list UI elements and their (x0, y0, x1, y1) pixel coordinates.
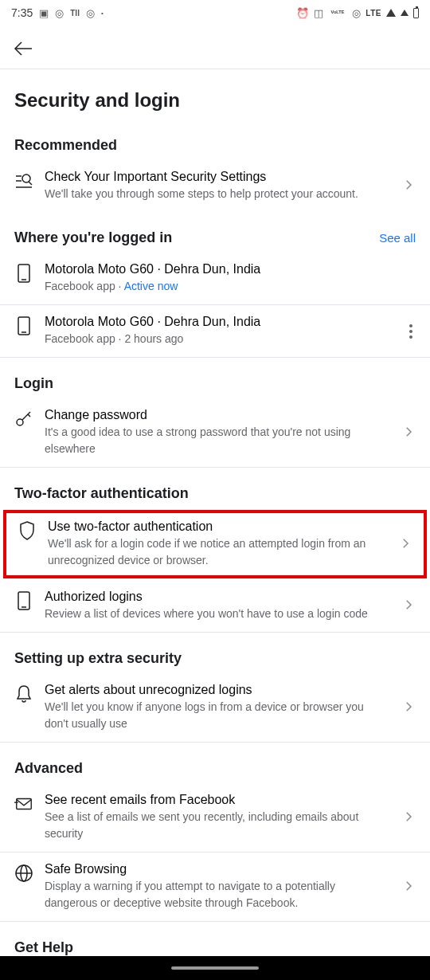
item-subtitle: Facebook app · 2 hours ago (45, 331, 395, 347)
use-two-factor-item[interactable]: Use two-factor authentication We'll ask … (6, 513, 424, 575)
security-check-icon (14, 171, 33, 190)
section-title-two-factor: Two-factor authentication (14, 485, 189, 502)
section-title-recommended: Recommended (14, 137, 117, 154)
svg-line-4 (29, 182, 32, 185)
item-title: See recent emails from Facebook (45, 793, 390, 807)
section-title-advanced: Advanced (14, 760, 83, 777)
instagram-icon: ◎ (55, 7, 64, 19)
shield-icon (18, 521, 37, 540)
section-title-get-help: Get Help (14, 939, 73, 956)
chevron-right-icon (401, 598, 416, 614)
authorized-logins-item[interactable]: Authorized logins Review a list of devic… (0, 580, 430, 632)
section-two-factor: Two-factor authentication Use two-factor… (0, 468, 430, 632)
section-recommended: Recommended Check Your Important Securit… (0, 120, 430, 212)
more-options-button[interactable] (406, 321, 416, 342)
alarm-icon: ⏰ (296, 7, 309, 19)
svg-point-10 (17, 419, 23, 425)
chevron-right-icon (401, 178, 416, 194)
phone-icon (14, 316, 33, 335)
item-subtitle: We'll take you through some steps to hel… (45, 186, 390, 202)
section-login: Login Change password It's a good idea t… (0, 358, 430, 467)
item-subtitle: It's a good idea to use a strong passwor… (45, 424, 390, 457)
item-subtitle: Facebook app · Active now (45, 278, 416, 295)
text-notif-icon: TII (70, 9, 80, 18)
battery-icon (413, 8, 419, 18)
active-status: Active now (124, 280, 178, 292)
status-left: 7:35 ▣ ◎ TII ◎ • (11, 6, 104, 19)
phone-icon (14, 591, 33, 610)
section-title-extra-security: Setting up extra security (14, 650, 182, 667)
signal-icon-1 (386, 9, 396, 17)
section-title-logged-in: Where you're logged in (14, 229, 172, 246)
hotspot-icon: ◎ (352, 7, 361, 19)
highlighted-two-factor-item: Use two-factor authentication We'll ask … (3, 510, 427, 578)
app-label: Facebook app · (45, 280, 124, 292)
envelope-icon (14, 794, 33, 813)
android-nav-bar[interactable] (0, 956, 430, 980)
svg-line-12 (28, 414, 30, 417)
key-icon (14, 410, 33, 429)
chevron-right-icon (401, 879, 416, 896)
section-advanced: Advanced See recent emails from Facebook… (0, 743, 430, 921)
section-logged-in: Where you're logged in See all Motorola … (0, 212, 430, 357)
item-title: Motorola Moto G60 · Dehra Dun, India (45, 262, 416, 276)
volte-icon: VoLTE (331, 10, 345, 15)
bell-icon (14, 684, 33, 704)
page-title: Security and login (0, 69, 430, 120)
section-title-login: Login (14, 375, 53, 392)
device-session-item-1[interactable]: Motorola Moto G60 · Dehra Dun, India Fac… (0, 253, 430, 304)
change-password-item[interactable]: Change password It's a good idea to use … (0, 398, 430, 467)
chevron-right-icon (401, 809, 416, 826)
item-subtitle: We'll ask for a login code if we notice … (48, 535, 387, 569)
svg-rect-15 (17, 799, 31, 809)
status-right: ⏰ ◫ VoLTE ◎ LTE (296, 7, 419, 19)
header (0, 24, 430, 69)
recent-emails-item[interactable]: See recent emails from Facebook See a li… (0, 783, 430, 852)
item-title: Change password (45, 408, 390, 422)
section-extra-security: Setting up extra security Get alerts abo… (0, 633, 430, 742)
item-title: Safe Browsing (45, 862, 390, 876)
nav-pill-icon (171, 966, 259, 970)
device-session-item-2[interactable]: Motorola Moto G60 · Dehra Dun, India Fac… (0, 304, 430, 357)
chevron-right-icon (401, 425, 416, 441)
item-title: Motorola Moto G60 · Dehra Dun, India (45, 315, 395, 329)
item-subtitle: Review a list of devices where you won't… (45, 606, 390, 622)
back-button[interactable] (13, 40, 417, 62)
check-security-settings-item[interactable]: Check Your Important Security Settings W… (0, 160, 430, 212)
vibrate-icon: ◫ (314, 7, 323, 19)
instagram-icon-2: ◎ (86, 7, 95, 19)
safe-browsing-item[interactable]: Safe Browsing Display a warning if you a… (0, 852, 430, 921)
lte-indicator: LTE (366, 9, 381, 18)
teams-icon: ▣ (39, 7, 49, 19)
item-title: Check Your Important Security Settings (45, 170, 390, 184)
more-vert-icon (406, 321, 416, 342)
phone-icon (14, 264, 33, 283)
item-title: Get alerts about unrecognized logins (45, 683, 390, 697)
signal-icon-2 (401, 10, 408, 16)
svg-point-3 (22, 174, 30, 182)
chevron-right-icon (398, 536, 412, 553)
dot-icon: • (101, 10, 104, 17)
get-alerts-item[interactable]: Get alerts about unrecognized logins We'… (0, 673, 430, 742)
see-all-link[interactable]: See all (379, 231, 416, 245)
item-subtitle: Display a warning if you attempt to navi… (45, 878, 390, 911)
status-time: 7:35 (11, 6, 33, 19)
item-subtitle: We'll let you know if anyone logs in fro… (45, 699, 390, 732)
status-bar: 7:35 ▣ ◎ TII ◎ • ⏰ ◫ VoLTE ◎ LTE (0, 0, 430, 24)
globe-icon (14, 864, 33, 883)
item-title: Authorized logins (45, 590, 390, 604)
item-subtitle: See a list of emails we sent you recentl… (45, 809, 390, 842)
item-title: Use two-factor authentication (48, 519, 387, 534)
chevron-right-icon (401, 700, 416, 716)
